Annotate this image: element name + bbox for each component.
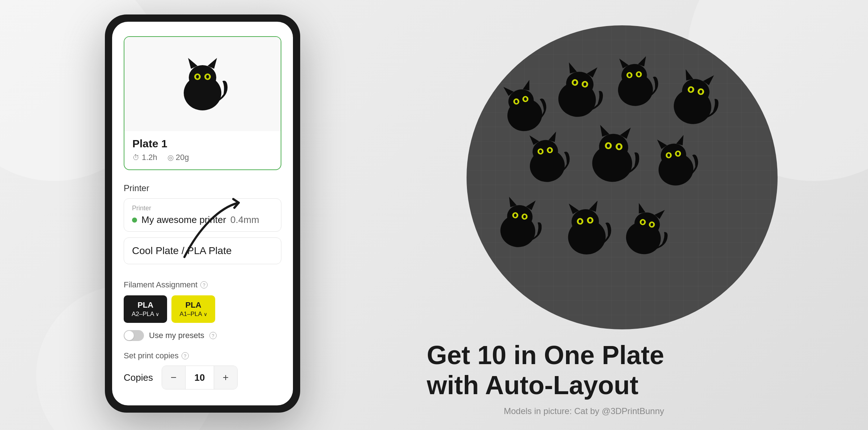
headline-line2: with Auto-Layout [427,371,638,400]
headline-line1: Get 10 in One Plate [427,341,664,370]
plate-weight: ◎ 20g [167,153,189,162]
headline-block: Get 10 in One Plate with Auto-Layout Mod… [427,340,664,416]
svg-point-7 [206,75,209,79]
copies-section-label: Set print copies ? [124,351,281,361]
filament-info-icon[interactable]: ? [200,281,208,288]
cat-8 [492,193,546,253]
toggle-knob [124,331,134,340]
filament-chips: PLA A2–PLA ∨ PLA A1–PLA ∨ [124,295,281,323]
cat-5 [519,127,573,188]
arrow-decoration [174,192,253,264]
use-presets-toggle[interactable] [124,330,144,341]
cat-2 [549,58,609,123]
copies-label-text: Copies [124,372,153,383]
toggle-row: Use my presets ? [124,330,281,341]
toggle-label: Use my presets [149,331,204,340]
preview-circle [467,25,778,329]
copies-stepper: − 10 + [162,366,238,389]
copies-increment-button[interactable]: + [214,366,237,389]
plate-weight-value: 20g [176,153,189,162]
cat-6 [583,121,643,187]
chip-a1-sub: A1–PLA ∨ [179,311,207,318]
filament-label: Filament Assignment [124,280,197,290]
attribution-text: Models in picture: Cat by @3DPrintBunny [427,406,664,416]
plate-time-value: 1.2h [142,153,157,162]
headline-text: Get 10 in One Plate with Auto-Layout [427,340,664,400]
plate-card[interactable]: Plate 1 ⏱ 1.2h ◎ 20g [124,36,281,170]
printer-status-dot [132,218,137,223]
plate-time: ⏱ 1.2h [132,153,157,162]
svg-point-5 [196,75,199,79]
svg-point-1 [189,65,216,90]
filament-chip-a1[interactable]: PLA A1–PLA ∨ [171,295,215,323]
copies-value: 10 [185,366,214,389]
plate-stats: ⏱ 1.2h ◎ 20g [132,153,273,162]
chip-a2-sub: A2–PLA ∨ [132,311,159,318]
copies-info-icon[interactable]: ? [182,352,189,359]
copies-decrement-button[interactable]: − [162,366,185,389]
toggle-info-icon[interactable]: ? [209,332,217,339]
plate-preview [124,37,281,131]
clock-icon: ⏱ [132,153,140,162]
filament-chip-a2[interactable]: PLA A2–PLA ∨ [124,295,167,323]
copies-row: Copies − 10 + [124,366,281,389]
chip-a1-material: PLA [186,300,201,310]
copies-section: Set print copies ? Copies − 10 + [124,351,281,389]
cat-9 [558,197,614,260]
right-content: Get 10 in One Plate with Auto-Layout Mod… [405,18,839,416]
cat-3 [609,52,661,111]
weight-icon: ◎ [167,153,174,162]
filament-header: Filament Assignment ? [124,280,281,290]
cat-7 [647,130,702,192]
plate-info: Plate 1 ⏱ 1.2h ◎ 20g [124,131,281,169]
cat-preview-icon [177,55,228,113]
filament-section: Filament Assignment ? PLA A2–PLA ∨ PL [124,280,281,341]
chip-a2-material: PLA [137,300,153,310]
plate-name: Plate 1 [132,138,273,150]
chip-a1-chevron: ∨ [204,311,207,317]
chip-a2-chevron: ∨ [156,311,159,317]
